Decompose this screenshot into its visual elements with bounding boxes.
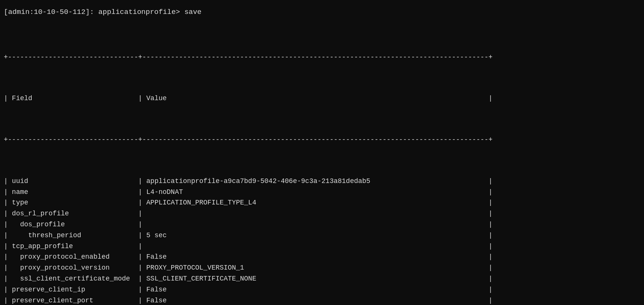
table-row: | dos_profile | | — [4, 219, 640, 230]
table-header: | Field | Value | — [4, 93, 640, 104]
table-row: | dos_rl_profile | | — [4, 208, 640, 219]
table-row: | proxy_protocol_enabled | False | — [4, 252, 640, 262]
table-row: | preserve_client_ip | False | — [4, 284, 640, 295]
separator-mid: +--------------------------------+------… — [4, 134, 640, 145]
table-row: | type | APPLICATION_PROFILE_TYPE_L4 | — [4, 197, 640, 208]
table-row: | proxy_protocol_version | PROXY_PROTOCO… — [4, 262, 640, 273]
separator-top: +--------------------------------+------… — [4, 52, 640, 63]
terminal-window: [admin:10-10-50-112]: applicationprofile… — [0, 7, 644, 305]
table-row: | ssl_client_certificate_mode | SSL_CLIE… — [4, 273, 640, 284]
table-row: | thresh_period | 5 sec | — [4, 230, 640, 241]
table-row: | name | L4-noDNAT | — [4, 187, 640, 198]
table-body: | uuid | applicationprofile-a9ca7bd9-504… — [4, 176, 640, 305]
output-table: +--------------------------------+------… — [4, 21, 640, 305]
command-line: [admin:10-10-50-112]: applicationprofile… — [4, 7, 640, 18]
table-row: | tcp_app_profile | | — [4, 241, 640, 252]
table-row: | uuid | applicationprofile-a9ca7bd9-504… — [4, 176, 640, 187]
table-row: | preserve_client_port | False | — [4, 295, 640, 305]
